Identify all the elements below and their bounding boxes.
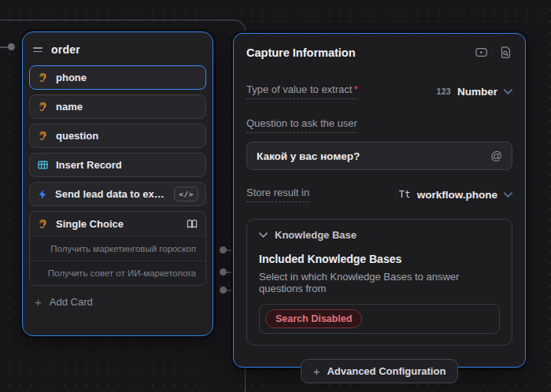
field-store-result: Store result in Tt workflow.phone bbox=[246, 187, 512, 202]
step-api-call[interactable]: Send lead data to external AP… </> bbox=[29, 182, 206, 206]
ear-capture-icon bbox=[37, 218, 49, 230]
required-asterisk: * bbox=[353, 83, 357, 95]
add-card-button[interactable]: + Add Card bbox=[35, 296, 213, 308]
included-kb-description: Select in which Knowledge Bases to answe… bbox=[259, 271, 500, 294]
step-capture-name[interactable]: name bbox=[29, 94, 206, 119]
step-label: phone bbox=[56, 72, 198, 83]
step-label: Send lead data to external AP… bbox=[55, 188, 167, 200]
step-single-choice[interactable]: Single Choice bbox=[30, 212, 205, 236]
video-tutorial-icon[interactable] bbox=[474, 46, 489, 59]
step-label: Single Choice bbox=[56, 218, 124, 230]
step-capture-phone[interactable]: phone bbox=[29, 65, 206, 90]
capture-information-panel: Capture Information Type bbox=[233, 33, 526, 368]
table-icon bbox=[37, 159, 49, 171]
field-type-of-value: Type of value to extract* 123 Number bbox=[246, 83, 512, 99]
step-label: name bbox=[56, 101, 198, 113]
chevron-down-icon bbox=[504, 192, 512, 198]
type-dropdown[interactable]: 123 Number bbox=[437, 86, 512, 98]
question-input-value: Какой у вас номер? bbox=[257, 150, 490, 162]
ear-capture-icon bbox=[37, 72, 49, 83]
order-card-header[interactable]: order bbox=[23, 32, 213, 65]
docs-search-icon[interactable] bbox=[499, 46, 512, 59]
field-label[interactable]: Store result in bbox=[246, 187, 309, 202]
add-card-label: Add Card bbox=[50, 296, 93, 308]
choice-1-output-port[interactable] bbox=[220, 246, 227, 253]
advanced-configuration-label: Advanced Configuration bbox=[327, 365, 446, 377]
panel-title: Capture Information bbox=[246, 46, 474, 59]
card-title: order bbox=[51, 43, 80, 56]
kb-selector-box[interactable]: Search Disabled bbox=[259, 304, 500, 334]
search-disabled-tag[interactable]: Search Disabled bbox=[265, 309, 362, 328]
step-label: Insert Record bbox=[56, 159, 198, 171]
step-list: phone name question bbox=[23, 65, 213, 286]
step-insert-record[interactable]: Insert Record bbox=[29, 153, 206, 177]
field-label[interactable]: Type of value to extract* bbox=[246, 83, 357, 99]
question-input[interactable]: Какой у вас номер? @ bbox=[246, 142, 512, 170]
drag-handle-icon bbox=[33, 47, 43, 52]
order-block-card: order phone name bbox=[22, 31, 213, 336]
open-book-icon[interactable] bbox=[186, 218, 198, 230]
code-badge[interactable]: </> bbox=[174, 187, 198, 202]
section-label: Knowledge Base bbox=[275, 229, 357, 241]
plus-icon: + bbox=[35, 296, 42, 308]
field-question: Question to ask the user bbox=[246, 117, 512, 133]
lightning-icon bbox=[37, 189, 48, 200]
advanced-configuration-button[interactable]: + Advanced Configuration bbox=[301, 359, 459, 383]
input-port[interactable] bbox=[8, 43, 15, 50]
text-type-icon: Tt bbox=[399, 189, 411, 200]
flow-canvas[interactable]: order phone name bbox=[0, 0, 551, 392]
step-label: question bbox=[56, 130, 198, 142]
variable-dropdown[interactable]: Tt workflow.phone bbox=[399, 189, 512, 201]
editor-header: Capture Information bbox=[246, 46, 512, 59]
knowledge-base-collapse-toggle[interactable]: Knowledge Base bbox=[259, 229, 500, 241]
plus-icon: + bbox=[313, 365, 320, 377]
next-step-output-port[interactable] bbox=[220, 287, 227, 294]
dropdown-value: Number bbox=[457, 86, 497, 98]
step-capture-question[interactable]: question bbox=[29, 124, 206, 148]
chevron-down-icon bbox=[259, 232, 268, 238]
chevron-down-icon bbox=[504, 89, 512, 94]
choice-option-2[interactable]: Получить совет от ИИ-маркетолога bbox=[30, 261, 205, 285]
number-type-icon: 123 bbox=[437, 87, 451, 96]
included-kb-title: Included Knowledge Bases bbox=[259, 253, 500, 265]
dropdown-value: workflow.phone bbox=[417, 189, 497, 201]
ear-capture-icon bbox=[37, 101, 49, 113]
choice-option-1[interactable]: Получить маркетинговый гороскоп bbox=[30, 236, 205, 261]
ear-capture-icon bbox=[37, 130, 49, 142]
field-label[interactable]: Question to ask the user bbox=[246, 117, 357, 133]
mention-at-icon[interactable]: @ bbox=[490, 150, 502, 162]
knowledge-base-section: Knowledge Base Included Knowledge Bases … bbox=[246, 219, 512, 346]
choice-2-output-port[interactable] bbox=[220, 268, 227, 276]
step-single-choice-group: Single Choice Получить маркетинговый гор… bbox=[29, 211, 206, 286]
